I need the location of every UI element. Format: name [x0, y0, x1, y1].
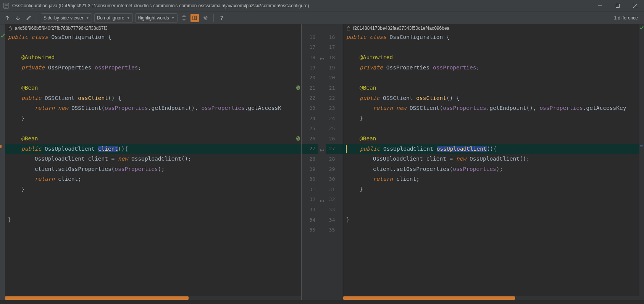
line-number: 34	[326, 215, 343, 225]
code-line[interactable]: public OSSClient ossClient() {	[5, 93, 301, 103]
window-controls	[591, 0, 644, 11]
highlight-mode-select[interactable]: Highlight words ▼	[135, 13, 178, 23]
code-line[interactable]: return new OSSClient(ossProperties.getEn…	[5, 103, 301, 113]
next-diff-button[interactable]	[14, 14, 22, 22]
viewer-mode-select[interactable]: Side-by-side viewer ▼	[41, 13, 92, 23]
code-line[interactable]: public OSSClient ossClient() {	[343, 93, 639, 103]
svg-rect-5	[9, 28, 12, 30]
viewer-mode-label: Side-by-side viewer	[44, 15, 84, 21]
separator	[37, 14, 37, 22]
diff-marker[interactable]	[640, 145, 643, 146]
code-line[interactable]: return client;	[343, 174, 639, 184]
right-horizontal-scrollbar[interactable]	[343, 296, 639, 300]
gutter-handle-icon[interactable]	[320, 56, 324, 59]
code-line[interactable]: return client;	[5, 174, 301, 184]
line-number: 20	[302, 72, 318, 83]
line-number: 26	[302, 134, 318, 144]
right-editor[interactable]: public class OssConfiguration { @Autowir…	[343, 32, 639, 300]
left-editor[interactable]: public class OssConfiguration { @Autowir…	[5, 32, 301, 300]
code-line[interactable]: public class OssConfiguration {	[5, 32, 301, 42]
line-number: 32	[302, 195, 318, 205]
svg-point-4	[204, 17, 206, 18]
code-line[interactable]: }	[5, 113, 301, 124]
code-line[interactable]: @Autowired	[5, 52, 301, 63]
code-line[interactable]: @Autowired	[343, 52, 639, 63]
center-gutter: 1617181920212223242526272829303132333435…	[301, 24, 343, 300]
line-number: 35	[302, 225, 318, 235]
code-line[interactable]	[5, 72, 301, 83]
code-line[interactable]: return new OSSClient(ossProperties.getEn…	[343, 103, 639, 113]
gutter-splitter[interactable]	[318, 24, 326, 300]
code-line[interactable]	[5, 123, 301, 134]
left-revision-label: a4c58f966b5f940f27fb768b7779642ff38d67f3	[15, 26, 108, 31]
line-number: 17	[326, 42, 343, 53]
maximize-button[interactable]	[609, 0, 626, 11]
code-line[interactable]: @Bean	[343, 134, 639, 144]
code-line[interactable]: private OssProperties ossProperties;	[5, 63, 301, 73]
line-number: 33	[326, 204, 343, 215]
code-line[interactable]: client.setOssProperties(ossProperties);	[5, 164, 301, 174]
close-button[interactable]	[626, 0, 644, 11]
gutter-handle-icon[interactable]	[320, 147, 324, 150]
code-line[interactable]	[343, 195, 639, 205]
gutter-handle-icon[interactable]	[320, 198, 324, 201]
sync-scroll-button[interactable]	[190, 14, 199, 22]
title-bar: OssConfiguration.java (D:\Project\21.3.1…	[0, 0, 644, 11]
code-line[interactable]	[5, 195, 301, 205]
code-line[interactable]: }	[343, 113, 639, 124]
code-line[interactable]: }	[343, 215, 639, 225]
code-line[interactable]	[5, 204, 301, 215]
code-line[interactable]	[5, 225, 301, 235]
code-line[interactable]: }	[5, 184, 301, 195]
minimize-button[interactable]	[591, 0, 609, 11]
code-line[interactable]: OssUploadClient client = new OssUploadCl…	[343, 154, 639, 164]
code-line[interactable]	[343, 42, 639, 53]
svg-rect-1	[616, 4, 620, 8]
code-line[interactable]: @Bean	[5, 134, 301, 144]
collapse-unchanged-button[interactable]	[180, 14, 188, 22]
check-icon	[0, 34, 5, 38]
scrollbar-thumb[interactable]	[5, 296, 189, 300]
left-marker-strip	[0, 24, 5, 300]
code-line[interactable]: public class OssConfiguration {	[343, 32, 639, 42]
left-line-numbers: 1617181920212223242526272829303132333435	[302, 24, 318, 300]
code-line[interactable]: OssUploadClient client = new OssUploadCl…	[5, 154, 301, 164]
line-number: 25	[326, 123, 343, 134]
line-number: 17	[302, 42, 318, 53]
code-line[interactable]: }	[5, 215, 301, 225]
settings-button[interactable]	[201, 14, 210, 22]
lock-icon	[8, 26, 13, 31]
line-number: 18	[326, 52, 343, 63]
line-number: 19	[302, 63, 318, 73]
code-line[interactable]	[343, 225, 639, 235]
highlight-mode-label: Highlight words	[138, 15, 169, 21]
line-number: 33	[302, 204, 318, 215]
code-line[interactable]	[5, 42, 301, 53]
prev-diff-button[interactable]	[3, 14, 11, 22]
code-line[interactable]: public OssUploadClient client(){	[5, 144, 301, 154]
bean-gutter-icon[interactable]	[295, 136, 301, 141]
code-line[interactable]: private OssProperties ossProperties;	[343, 63, 639, 73]
scrollbar-thumb[interactable]	[343, 296, 515, 300]
diff-count-label: 1 difference	[614, 15, 641, 21]
line-number: 32	[326, 195, 343, 205]
diff-marker[interactable]	[0, 145, 2, 148]
code-line[interactable]	[343, 204, 639, 215]
help-button[interactable]: ?	[218, 14, 226, 22]
code-line[interactable]	[343, 72, 639, 83]
line-number: 24	[302, 113, 318, 124]
bean-gutter-icon[interactable]	[295, 85, 301, 90]
line-number: 27	[326, 144, 343, 154]
code-line[interactable]: @Bean	[5, 83, 301, 93]
ignore-mode-select[interactable]: Do not ignore ▼	[94, 13, 133, 23]
code-line[interactable]: client.setOssProperties(ossProperties);	[343, 164, 639, 174]
code-line[interactable]: @Bean	[343, 83, 639, 93]
edit-source-button[interactable]	[24, 14, 33, 22]
chevron-down-icon: ▼	[127, 16, 130, 20]
code-line[interactable]: }	[343, 184, 639, 195]
svg-rect-2	[193, 16, 194, 20]
code-line[interactable]: public OssUploadClient ossUploadClient()…	[343, 144, 639, 154]
left-horizontal-scrollbar[interactable]	[5, 296, 301, 300]
line-number: 22	[326, 93, 343, 103]
code-line[interactable]	[343, 123, 639, 134]
